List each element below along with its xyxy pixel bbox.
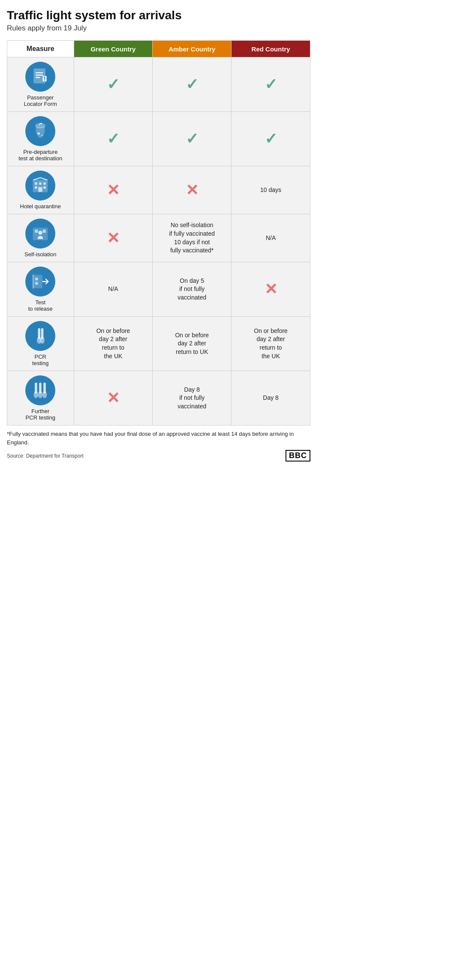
measure-cell-pre-departure-test: Pre-departuretest at destination (7, 112, 74, 166)
cell-value: Day 8 (263, 394, 279, 401)
measure-cell-passenger-locator-form: PassengerLocator Form (7, 57, 74, 112)
svg-point-38 (43, 392, 47, 398)
green-cell-pre-departure-test: ✓ (74, 112, 153, 166)
green-cell-hotel-quarantine: ✕ (74, 166, 153, 214)
green-cell-self-isolation: ✕ (74, 214, 153, 262)
red-cell-further-pcr-testing: Day 8 (232, 371, 310, 426)
svg-point-37 (39, 392, 42, 398)
bbc-logo: BBC (286, 450, 310, 462)
svg-point-36 (34, 392, 38, 398)
row-test-to-release: Testto release N/A On day 5if not fullyv… (7, 262, 310, 317)
check-icon: ✓ (107, 75, 120, 93)
cross-icon: ✕ (186, 181, 198, 199)
cell-value: N/A (266, 234, 276, 241)
svg-point-23 (39, 231, 42, 235)
header-amber: Amber Country (153, 41, 232, 57)
measure-label-self-isolation: Self-isolation (10, 251, 71, 258)
svg-rect-17 (39, 187, 42, 192)
cross-icon: ✕ (107, 389, 120, 407)
row-pre-departure-test: Pre-departuretest at destination ✓ ✓ ✓ (7, 112, 310, 166)
row-passenger-locator-form: PassengerLocator Form ✓ ✓ ✓ (7, 57, 310, 112)
measure-label-pcr-testing: PCRtesting (10, 354, 71, 366)
check-icon: ✓ (265, 75, 277, 93)
traffic-light-table: Measure Green Country Amber Country Red … (7, 40, 310, 426)
amber-cell-self-isolation: No self-isolationif fully vaccinated10 d… (153, 214, 232, 262)
svg-rect-13 (39, 183, 42, 185)
icon-self-isolation (25, 219, 55, 249)
svg-rect-22 (43, 230, 46, 233)
svg-rect-16 (44, 186, 46, 189)
icon-pcr-testing (25, 321, 55, 351)
row-further-pcr-testing: FurtherPCR testing ✕ Day 8if not fullyva… (7, 371, 310, 426)
measure-cell-self-isolation: Self-isolation (7, 214, 74, 262)
measure-label-test-to-release: Testto release (10, 299, 71, 312)
green-cell-passenger-locator-form: ✓ (74, 57, 153, 112)
amber-cell-pcr-testing: On or beforeday 2 afterreturn to UK (153, 317, 232, 371)
icon-further-pcr-testing (25, 375, 55, 405)
amber-cell-pre-departure-test: ✓ (153, 112, 232, 166)
icon-test-to-release (25, 267, 55, 297)
amber-cell-passenger-locator-form: ✓ (153, 57, 232, 112)
red-cell-test-to-release: ✕ (232, 262, 310, 317)
header-measure: Measure (7, 41, 74, 57)
header-green: Green Country (74, 41, 153, 57)
cell-value: No self-isolationif fully vaccinated10 d… (169, 222, 215, 254)
check-icon: ✓ (186, 75, 198, 93)
icon-hotel-quarantine (25, 171, 55, 201)
cell-value: On or beforeday 2 afterreturn to UK (175, 332, 209, 355)
cell-value: N/A (108, 285, 118, 292)
amber-cell-hotel-quarantine: ✕ (153, 166, 232, 214)
svg-rect-28 (33, 275, 34, 289)
measure-label-pre-departure-test: Pre-departuretest at destination (10, 149, 71, 162)
row-hotel-quarantine: Hotel quarantine ✕ ✕ 10 days (7, 166, 310, 214)
measure-cell-further-pcr-testing: FurtherPCR testing (7, 371, 74, 426)
cell-value: 10 days (260, 186, 281, 193)
svg-rect-15 (35, 186, 37, 189)
svg-point-32 (40, 337, 44, 344)
cross-icon: ✕ (265, 280, 277, 298)
cell-value: Day 8if not fullyvaccinated (177, 386, 206, 410)
page-title: Traffic light system for arrivals (7, 9, 310, 22)
green-cell-pcr-testing: On or beforeday 2 afterreturn tothe UK (74, 317, 153, 371)
measure-cell-test-to-release: Testto release (7, 262, 74, 317)
svg-rect-25 (35, 278, 38, 280)
check-icon: ✓ (107, 130, 120, 147)
cell-value: On or beforeday 2 afterreturn tothe UK (254, 327, 288, 360)
measure-label-further-pcr-testing: FurtherPCR testing (10, 408, 71, 421)
footnote: *Fully vaccinated means that you have ha… (7, 430, 310, 447)
cell-value: On or beforeday 2 afterreturn tothe UK (96, 327, 130, 360)
red-cell-passenger-locator-form: ✓ (232, 57, 310, 112)
red-cell-pre-departure-test: ✓ (232, 112, 310, 166)
svg-rect-12 (35, 183, 37, 185)
amber-cell-further-pcr-testing: Day 8if not fullyvaccinated (153, 371, 232, 426)
measure-label-hotel-quarantine: Hotel quarantine (10, 203, 71, 210)
measure-cell-hotel-quarantine: Hotel quarantine (7, 166, 74, 214)
svg-rect-26 (35, 282, 38, 285)
red-cell-hotel-quarantine: 10 days (232, 166, 310, 214)
measure-cell-pcr-testing: PCRtesting (7, 317, 74, 371)
check-icon: ✓ (265, 130, 277, 147)
amber-cell-test-to-release: On day 5if not fullyvaccinated (153, 262, 232, 317)
row-self-isolation: Self-isolation ✕ No self-isolationif ful… (7, 214, 310, 262)
red-cell-pcr-testing: On or beforeday 2 afterreturn tothe UK (232, 317, 310, 371)
svg-rect-24 (34, 275, 42, 288)
svg-rect-14 (44, 183, 46, 185)
green-cell-test-to-release: N/A (74, 262, 153, 317)
red-cell-self-isolation: N/A (232, 214, 310, 262)
check-icon: ✓ (186, 130, 198, 147)
icon-pre-departure-test (25, 116, 55, 146)
cell-value: On day 5if not fullyvaccinated (177, 277, 206, 301)
icon-passenger-locator-form (25, 62, 55, 92)
svg-point-9 (38, 132, 40, 135)
row-pcr-testing: PCRtesting On or beforeday 2 afterreturn… (7, 317, 310, 371)
svg-point-10 (41, 135, 43, 136)
source-text: Source: Department for Transport (7, 453, 84, 459)
cross-icon: ✕ (107, 181, 120, 199)
header-red: Red Country (232, 41, 310, 57)
subtitle: Rules apply from 19 July (7, 24, 310, 33)
svg-rect-21 (35, 230, 38, 233)
green-cell-further-pcr-testing: ✕ (74, 371, 153, 426)
cross-icon: ✕ (107, 229, 120, 247)
measure-label-passenger-locator-form: PassengerLocator Form (10, 94, 71, 107)
